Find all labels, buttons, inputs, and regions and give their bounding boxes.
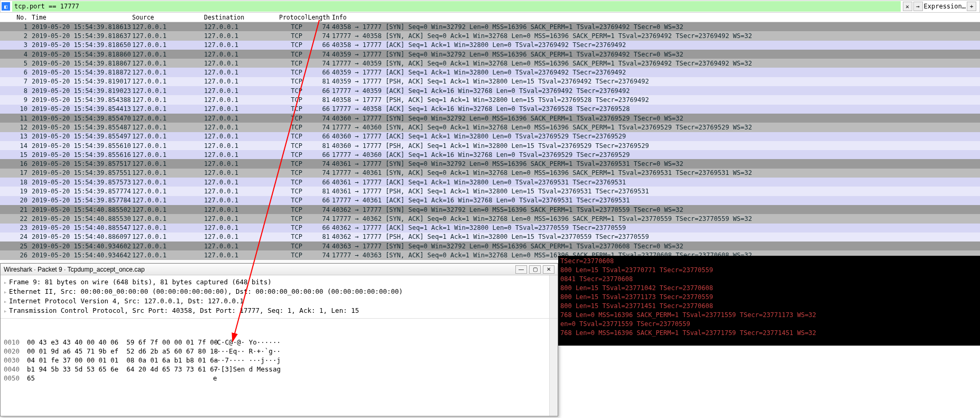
packet-row[interactable]: 142019-05-20 15:54:39.855610127.0.0.1127…: [0, 141, 980, 150]
packet-row[interactable]: 22019-05-20 15:54:39.818637127.0.0.1127.…: [0, 31, 980, 40]
packet-row[interactable]: 52019-05-20 15:54:39.818867127.0.0.1127.…: [0, 59, 980, 68]
packet-row[interactable]: 242019-05-20 15:54:40.886097127.0.0.1127…: [0, 233, 980, 241]
hex-row[interactable]: 002000 01 9d a6 45 71 9b ef 52 d6 2b a5 …: [4, 347, 554, 356]
packet-row[interactable]: 32019-05-20 15:54:39.818650127.0.0.1127.…: [0, 41, 980, 50]
dialog-titlebar[interactable]: Wireshark · Packet 9 · Tcpdump_accept_on…: [1, 264, 558, 275]
packet-row[interactable]: 182019-05-20 15:54:39.857573127.0.0.1127…: [0, 178, 980, 187]
dialog-title: Wireshark · Packet 9 · Tcpdump_accept_on…: [4, 266, 145, 273]
hex-pane[interactable]: 001000 43 e3 43 40 00 40 06 59 6f 7f 00 …: [1, 319, 558, 416]
packet-detail-dialog: Wireshark · Packet 9 · Tcpdump_accept_on…: [0, 263, 558, 416]
tree-scrollbar[interactable]: [549, 275, 558, 318]
packet-tree[interactable]: Frame 9: 81 bytes on wire (648 bits), 81…: [1, 275, 558, 319]
packet-row[interactable]: 62019-05-20 15:54:39.818872127.0.0.1127.…: [0, 68, 980, 77]
packet-row[interactable]: 222019-05-20 15:54:40.885530127.0.0.1127…: [0, 214, 980, 223]
packet-list[interactable]: 12019-05-20 15:54:39.818613127.0.0.1127.…: [0, 22, 980, 265]
packet-row[interactable]: 12019-05-20 15:54:39.818613127.0.0.1127.…: [0, 22, 980, 31]
packet-row[interactable]: 42019-05-20 15:54:39.818860127.0.0.1127.…: [0, 50, 980, 59]
tree-item[interactable]: Frame 9: 81 bytes on wire (648 bits), 81…: [4, 277, 554, 287]
expression-link[interactable]: Expression…: [924, 3, 966, 10]
hex-row[interactable]: 003004 01 fe 37 00 00 01 01 08 0a 01 6a …: [4, 356, 554, 365]
terminal-output: TSecr=23770608 800 Len=15 TSval=23770771…: [558, 256, 980, 346]
tree-item[interactable]: Transmission Control Protocol, Src Port:…: [4, 306, 554, 315]
packet-row[interactable]: 102019-05-20 15:54:39.854413127.0.0.1127…: [0, 105, 980, 114]
tree-item[interactable]: Internet Protocol Version 4, Src: 127.0.…: [4, 296, 554, 306]
packet-list-header: No. Time Source Destination Protocol Len…: [0, 13, 980, 22]
close-icon[interactable]: ✕: [543, 265, 554, 274]
packet-row[interactable]: 162019-05-20 15:54:39.857517127.0.0.1127…: [0, 159, 980, 168]
add-expression-icon[interactable]: +: [967, 2, 976, 11]
col-header-info[interactable]: Info: [332, 14, 980, 21]
packet-row[interactable]: 212019-05-20 15:54:40.885502127.0.0.1127…: [0, 205, 980, 214]
display-filter-bar: ◧ ✕ → Expression… +: [0, 0, 980, 13]
bookmark-icon[interactable]: ◧: [2, 2, 10, 11]
filter-toolbar-right: ✕ → Expression… +: [901, 2, 978, 11]
packet-row[interactable]: 132019-05-20 15:54:39.855497127.0.0.1127…: [0, 132, 980, 141]
minimize-icon[interactable]: —: [515, 265, 527, 274]
packet-row[interactable]: 152019-05-20 15:54:39.855616127.0.0.1127…: [0, 150, 980, 159]
packet-row[interactable]: 72019-05-20 15:54:39.819017127.0.0.1127.…: [0, 77, 980, 86]
display-filter-input[interactable]: [12, 1, 901, 12]
col-header-len[interactable]: Length: [307, 14, 332, 21]
col-header-src[interactable]: Source: [132, 14, 204, 21]
hex-row[interactable]: 001000 43 e3 43 40 00 40 06 59 6f 7f 00 …: [4, 338, 554, 347]
packet-row[interactable]: 82019-05-20 15:54:39.819023127.0.0.1127.…: [0, 86, 980, 95]
col-header-no[interactable]: No.: [2, 14, 32, 21]
apply-filter-icon[interactable]: →: [913, 2, 923, 11]
col-header-dst[interactable]: Destination: [204, 14, 279, 21]
maximize-icon[interactable]: ▢: [529, 265, 541, 274]
packet-row[interactable]: 112019-05-20 15:54:39.855470127.0.0.1127…: [0, 114, 980, 123]
packet-row[interactable]: 202019-05-20 15:54:39.857784127.0.0.1127…: [0, 196, 980, 205]
hex-row[interactable]: 005065e: [4, 374, 554, 383]
packet-row[interactable]: 192019-05-20 15:54:39.857774127.0.0.1127…: [0, 187, 980, 196]
packet-row[interactable]: 232019-05-20 15:54:40.885547127.0.0.1127…: [0, 224, 980, 233]
col-header-proto[interactable]: Protocol: [279, 14, 307, 21]
tree-item[interactable]: Ethernet II, Src: 00:00:00_00:00:00 (00:…: [4, 287, 554, 296]
clear-filter-icon[interactable]: ✕: [903, 2, 912, 11]
col-header-time[interactable]: Time: [32, 14, 132, 21]
packet-row[interactable]: 252019-05-20 15:54:40.934602127.0.0.1127…: [0, 241, 980, 250]
hex-row[interactable]: 0040b1 94 5b 33 5d 53 65 6e 64 20 4d 65 …: [4, 365, 554, 374]
hex-scrollbar[interactable]: [549, 319, 558, 416]
packet-row[interactable]: 122019-05-20 15:54:39.855487127.0.0.1127…: [0, 123, 980, 132]
packet-row[interactable]: 172019-05-20 15:54:39.857551127.0.0.1127…: [0, 169, 980, 178]
packet-row[interactable]: 92019-05-20 15:54:39.854388127.0.0.1127.…: [0, 95, 980, 104]
